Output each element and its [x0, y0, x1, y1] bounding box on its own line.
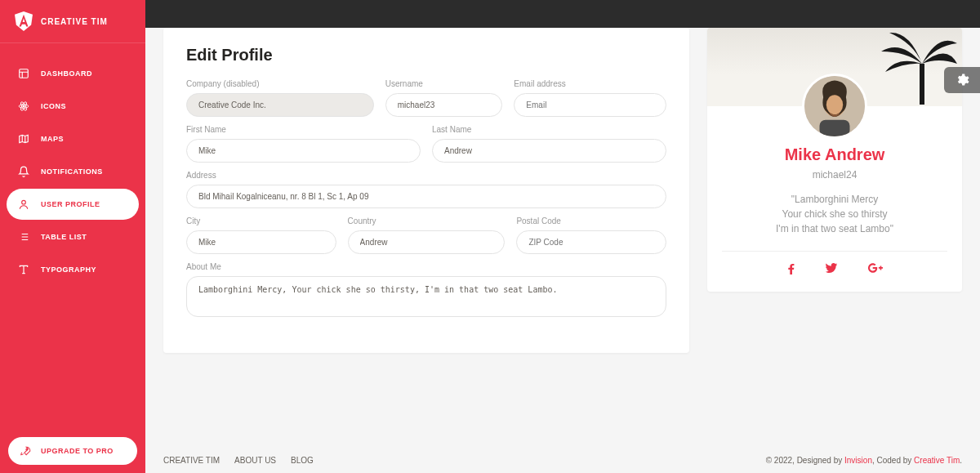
username-label: Username	[385, 79, 503, 88]
city-label: City	[186, 216, 336, 225]
quote-line: I'm in that two seat Lambo"	[722, 221, 947, 236]
page-title: Edit Profile	[186, 46, 666, 65]
firstname-input[interactable]	[186, 139, 421, 163]
email-label: Email address	[514, 79, 666, 88]
facebook-icon[interactable]	[787, 263, 795, 277]
social-links	[722, 252, 947, 280]
google-plus-icon[interactable]	[868, 263, 883, 277]
sidebar-item-icons[interactable]: ICONS	[7, 91, 139, 122]
map-icon	[18, 133, 29, 145]
footer-copyright: © 2022, Designed by Invision, Coded by C…	[766, 456, 962, 465]
gear-icon	[955, 73, 969, 87]
topbar	[145, 0, 980, 28]
brand[interactable]: CREATIVE TIM	[0, 0, 145, 43]
sidebar-item-typography[interactable]: TYPOGRAPHY	[7, 254, 139, 285]
main: Edit Profile Company (disabled) Username…	[145, 0, 980, 353]
atom-icon	[18, 100, 29, 112]
sidebar-item-table-list[interactable]: TABLE LIST	[7, 221, 139, 252]
email-input[interactable]	[514, 93, 666, 117]
upgrade-button[interactable]: UPGRADE TO PRO	[8, 437, 137, 465]
svg-point-6	[26, 448, 28, 450]
dashboard-icon	[18, 68, 29, 79]
svg-rect-0	[20, 69, 29, 78]
sidebar-item-label: TYPOGRAPHY	[41, 266, 96, 274]
quote-line: "Lamborghini Mercy	[722, 192, 947, 207]
profile-body: Mike Andrew michael24 "Lamborghini Mercy…	[707, 145, 962, 292]
country-input[interactable]	[348, 230, 506, 254]
coded-link[interactable]: Creative Tim	[914, 456, 960, 465]
svg-point-1	[23, 105, 24, 107]
postal-input[interactable]	[516, 230, 666, 254]
profile-card: Mike Andrew michael24 "Lamborghini Mercy…	[707, 28, 962, 292]
quote-line: Your chick she so thirsty	[722, 207, 947, 221]
user-icon	[18, 199, 29, 210]
sidebar-item-dashboard[interactable]: DASHBOARD	[7, 58, 139, 89]
footer-link[interactable]: BLOG	[291, 456, 314, 465]
sidebar-item-maps[interactable]: MAPS	[7, 123, 139, 154]
company-input	[186, 93, 374, 117]
lastname-label: Last Name	[432, 125, 666, 134]
edit-profile-card: Edit Profile Company (disabled) Username…	[163, 28, 689, 353]
bell-icon	[18, 166, 29, 177]
text-icon	[18, 264, 29, 275]
footer-link[interactable]: ABOUT US	[234, 456, 276, 465]
sidebar-item-notifications[interactable]: NOTIFICATIONS	[7, 156, 139, 187]
sidebar-item-label: MAPS	[41, 135, 64, 143]
svg-point-5	[22, 200, 26, 204]
sidebar-item-label: TABLE LIST	[41, 233, 87, 241]
address-label: Address	[186, 171, 666, 180]
lastname-input[interactable]	[432, 139, 666, 163]
svg-rect-7	[920, 64, 924, 105]
list-icon	[18, 231, 29, 243]
avatar	[802, 74, 867, 139]
profile-quote: "Lamborghini Mercy Your chick she so thi…	[722, 192, 947, 252]
address-input[interactable]	[186, 185, 666, 208]
settings-button[interactable]	[944, 67, 980, 93]
about-textarea[interactable]: Lamborghini Mercy, Your chick she so thi…	[186, 276, 666, 317]
city-input[interactable]	[186, 230, 336, 254]
profile-handle: michael24	[722, 169, 947, 181]
sidebar-item-label: ICONS	[41, 102, 66, 110]
profile-name: Mike Andrew	[722, 145, 947, 164]
postal-label: Postal Code	[516, 216, 666, 225]
sidebar: CREATIVE TIM DASHBOARD ICONS MAPS NOTIFI…	[0, 0, 145, 473]
sidebar-nav: DASHBOARD ICONS MAPS NOTIFICATIONS USER …	[0, 43, 145, 429]
rocket-icon	[20, 445, 31, 457]
twitter-icon[interactable]	[826, 263, 837, 277]
svg-point-10	[826, 95, 843, 114]
firstname-label: First Name	[186, 125, 421, 134]
sidebar-item-label: DASHBOARD	[41, 69, 92, 78]
sidebar-item-label: USER PROFILE	[41, 200, 100, 208]
footer-link[interactable]: CREATIVE TIM	[163, 456, 220, 465]
brand-logo-icon	[15, 11, 33, 31]
design-link[interactable]: Invision	[844, 456, 872, 465]
brand-text: CREATIVE TIM	[41, 17, 108, 26]
footer: CREATIVE TIM ABOUT US BLOG © 2022, Desig…	[145, 448, 980, 473]
country-label: Country	[348, 216, 506, 225]
footer-links: CREATIVE TIM ABOUT US BLOG	[163, 456, 314, 465]
svg-rect-11	[820, 120, 850, 136]
upgrade-label: UPGRADE TO PRO	[41, 447, 114, 455]
sidebar-item-label: NOTIFICATIONS	[41, 167, 103, 176]
sidebar-item-user-profile[interactable]: USER PROFILE	[7, 189, 139, 220]
username-input[interactable]	[385, 93, 503, 117]
company-label: Company (disabled)	[186, 79, 374, 88]
palm-tree-icon	[861, 28, 959, 105]
about-label: About Me	[186, 262, 666, 271]
